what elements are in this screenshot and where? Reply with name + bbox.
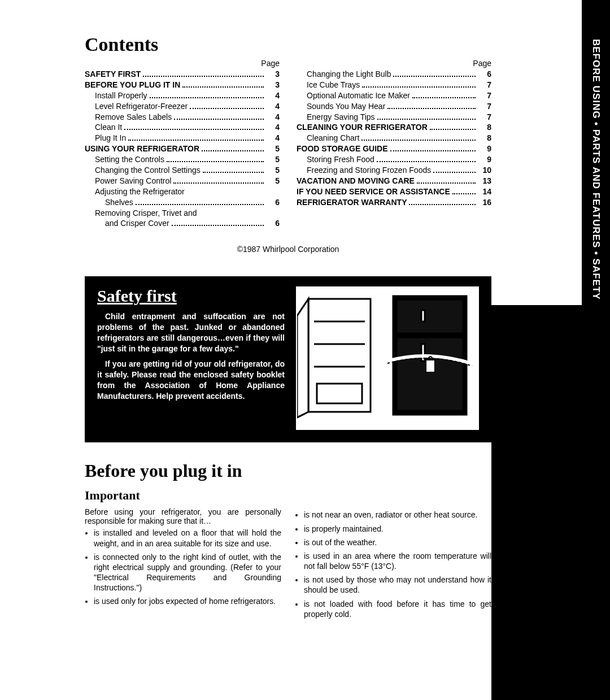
toc-leader-dots [174,112,264,119]
toc-label: Sounds You May Hear [297,101,385,112]
toc-leader-dots [172,219,264,226]
toc-row: Cleaning Chart8 [297,133,491,144]
toc-label: Remove Sales Labels [85,112,172,123]
toc-label: Plug It In [85,133,126,144]
toc-page-number: 7 [478,80,491,90]
toc-row: SAFETY FIRST3 [85,69,280,80]
toc-row: Changing the Control Settings5 [85,165,280,176]
toc-row: Setting the Controls5 [85,154,280,165]
toc-label: Removing Crisper, Trivet and [85,208,197,219]
toc-page-number: 6 [266,197,280,208]
bullet-list: is not near an oven, radiator or other h… [295,510,491,619]
toc-row: BEFORE YOU PLUG IT IN3 [85,80,280,90]
toc-page-number: 3 [266,80,280,90]
toc-column-right: Page Changing the Light Bulb6Ice Cube Tr… [297,59,491,229]
toc-row: Changing the Light Bulb6 [297,69,491,80]
svg-rect-8 [396,299,463,333]
table-of-contents: Page SAFETY FIRST3BEFORE YOU PLUG IT IN3… [85,59,491,229]
before-intro: Before using your refrigerator, you are … [85,507,281,525]
toc-label: Changing the Control Settings [85,165,201,176]
toc-row: Adjusting the Refrigerator [85,186,280,197]
toc-label: REFRIGERATOR WARRANTY [297,197,407,208]
toc-page-number: 8 [478,133,491,144]
toc-leader-dots [412,91,476,98]
toc-leader-dots [377,112,476,119]
toc-page-number: 4 [266,112,280,123]
toc-leader-dots [136,198,264,205]
side-black-band [491,305,610,700]
toc-leader-dots [182,80,264,88]
bullet-item: is properly maintained. [304,524,491,534]
toc-label: SAFETY FIRST [85,69,141,80]
toc-leader-dots [377,155,476,162]
toc-leader-dots [150,91,264,98]
page-header: Page [85,59,280,68]
toc-leader-dots [452,187,476,194]
safety-paragraph: Child entrapment and suffocation are not… [97,311,285,354]
toc-page-number: 9 [478,144,491,154]
toc-label: Power Saving Control [85,176,171,186]
bullet-item: is used in an area where the room temper… [304,551,491,571]
toc-page-number: 4 [266,133,280,144]
copyright-line: ©1987 Whirlpool Corporation [85,245,491,254]
toc-row: Sounds You May Hear7 [297,101,491,112]
toc-leader-dots [190,101,264,108]
toc-leader-dots [387,101,476,108]
toc-leader-dots [433,166,476,173]
toc-leader-dots [409,198,476,205]
toc-row: FOOD STORAGE GUIDE9 [297,144,491,154]
toc-label: VACATION AND MOVING CARE [297,176,415,186]
toc-label: FOOD STORAGE GUIDE [297,144,388,154]
toc-column-left: Page SAFETY FIRST3BEFORE YOU PLUG IT IN3… [85,59,280,229]
toc-page-number: 5 [266,176,280,186]
toc-leader-dots [203,166,264,173]
toc-row: Ice Cube Trays7 [297,80,491,90]
toc-leader-dots [124,123,264,130]
bullet-item: is used only for jobs expected of home r… [94,596,281,606]
bullet-item: is connected only to the right kind of o… [94,552,281,593]
toc-page-number: 9 [478,154,491,165]
toc-row: Freezing and Storing Frozen Foods10 [297,165,491,176]
toc-row: Level Refrigerator-Freezer4 [85,101,280,112]
toc-label: Changing the Light Bulb [297,69,391,80]
toc-page-number: 8 [478,122,491,133]
toc-label: Clean It [85,122,122,133]
svg-rect-12 [426,360,435,372]
svg-rect-9 [396,337,463,411]
toc-row: REFRIGERATOR WARRANTY16 [297,197,491,208]
page-header: Page [297,59,491,68]
toc-label: Freezing and Storing Frozen Foods [297,165,431,176]
svg-marker-2 [297,299,308,418]
toc-page-number: 4 [266,122,280,133]
safety-paragraph: If you are getting rid of your old refri… [97,359,285,402]
toc-leader-dots [173,176,264,184]
toc-page-number: 7 [478,101,491,112]
toc-label: BEFORE YOU PLUG IT IN [85,80,180,90]
toc-row: Storing Fresh Food9 [297,154,491,165]
bullet-item: is installed and leveled on a floor that… [94,528,281,548]
toc-page-number: 10 [478,165,491,176]
toc-page-number: 14 [478,186,491,197]
bullet-item: is not loaded with food before it has ti… [304,599,491,619]
toc-label: Storing Fresh Food [297,154,374,165]
side-tab-label: BEFORE USING • PARTS AND FEATURES • SAFE… [582,0,610,305]
safety-text: Safety first Child entrapment and suffoc… [97,286,285,430]
toc-leader-dots [128,133,264,141]
toc-label: Cleaning Chart [297,133,359,144]
toc-row: Clean It4 [85,122,280,133]
toc-leader-dots [362,80,476,88]
toc-label: and Crisper Cover [85,218,169,229]
toc-page-number: 4 [266,90,280,101]
toc-row: USING YOUR REFRIGERATOR5 [85,144,280,154]
toc-label: Adjusting the Refrigerator [85,186,185,197]
toc-leader-dots [430,123,476,130]
toc-row: VACATION AND MOVING CARE13 [297,176,491,186]
toc-row: IF YOU NEED SERVICE OR ASSISTANCE14 [297,186,491,197]
toc-row: Power Saving Control5 [85,176,280,186]
before-col-left: Before using your refrigerator, you are … [85,507,281,623]
toc-label: Shelves [85,197,133,208]
toc-label: IF YOU NEED SERVICE OR ASSISTANCE [297,186,450,197]
toc-page-number: 5 [266,154,280,165]
toc-leader-dots [393,69,476,77]
toc-label: Setting the Controls [85,154,164,165]
